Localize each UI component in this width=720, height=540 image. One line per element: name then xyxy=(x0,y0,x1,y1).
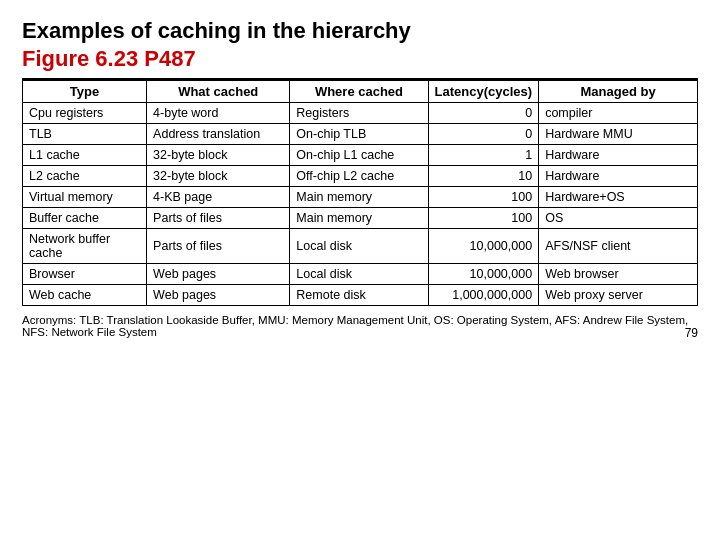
table-cell: Main memory xyxy=(290,208,428,229)
table-cell: Hardware xyxy=(539,166,698,187)
table-row: Cpu registers4-byte wordRegisters0compil… xyxy=(23,103,698,124)
table-cell: Buffer cache xyxy=(23,208,147,229)
table-cell: Browser xyxy=(23,264,147,285)
table-cell: Hardware MMU xyxy=(539,124,698,145)
table-cell: 100 xyxy=(428,187,539,208)
page: Examples of caching in the hierarchy Fig… xyxy=(0,0,720,350)
table-cell: On-chip L1 cache xyxy=(290,145,428,166)
table-row: BrowserWeb pagesLocal disk10,000,000Web … xyxy=(23,264,698,285)
header-what: What cached xyxy=(147,81,290,103)
table-cell: 1 xyxy=(428,145,539,166)
header-managed: Managed by xyxy=(539,81,698,103)
table-cell: Local disk xyxy=(290,229,428,264)
page-title: Examples of caching in the hierarchy xyxy=(22,18,698,44)
table-row: Buffer cacheParts of filesMain memory100… xyxy=(23,208,698,229)
table-cell: Registers xyxy=(290,103,428,124)
footnote-text: Acronyms: TLB: Translation Lookaside Buf… xyxy=(22,314,688,338)
table-cell: 10,000,000 xyxy=(428,229,539,264)
table-cell: Parts of files xyxy=(147,208,290,229)
header-latency: Latency(cycles) xyxy=(428,81,539,103)
table-cell: Hardware+OS xyxy=(539,187,698,208)
table-cell: AFS/NSF client xyxy=(539,229,698,264)
table-cell: Network buffer cache xyxy=(23,229,147,264)
table-body: Cpu registers4-byte wordRegisters0compil… xyxy=(23,103,698,306)
table-cell: Hardware xyxy=(539,145,698,166)
table-cell: L1 cache xyxy=(23,145,147,166)
table-cell: 10 xyxy=(428,166,539,187)
table-cell: 32-byte block xyxy=(147,166,290,187)
table-cell: 100 xyxy=(428,208,539,229)
table-cell: L2 cache xyxy=(23,166,147,187)
caching-table: Type What cached Where cached Latency(cy… xyxy=(22,80,698,306)
table-cell: Local disk xyxy=(290,264,428,285)
table-cell: 4-KB page xyxy=(147,187,290,208)
table-cell: Web cache xyxy=(23,285,147,306)
table-cell: compiler xyxy=(539,103,698,124)
table-row: Network buffer cacheParts of filesLocal … xyxy=(23,229,698,264)
table-cell: Off-chip L2 cache xyxy=(290,166,428,187)
table-cell: Address translation xyxy=(147,124,290,145)
table-cell: Main memory xyxy=(290,187,428,208)
table-cell: Web pages xyxy=(147,264,290,285)
table-row: L2 cache32-byte blockOff-chip L2 cache10… xyxy=(23,166,698,187)
table-cell: Web proxy server xyxy=(539,285,698,306)
table-row: Web cacheWeb pagesRemote disk1,000,000,0… xyxy=(23,285,698,306)
table-cell: 0 xyxy=(428,103,539,124)
page-number: 79 xyxy=(685,326,698,340)
table-cell: Web browser xyxy=(539,264,698,285)
header-where: Where cached xyxy=(290,81,428,103)
table-cell: 0 xyxy=(428,124,539,145)
table-row: L1 cache32-byte blockOn-chip L1 cache1Ha… xyxy=(23,145,698,166)
table-cell: Parts of files xyxy=(147,229,290,264)
table-cell: Remote disk xyxy=(290,285,428,306)
table-cell: Web pages xyxy=(147,285,290,306)
table-cell: TLB xyxy=(23,124,147,145)
table-cell: Virtual memory xyxy=(23,187,147,208)
table-cell: 1,000,000,000 xyxy=(428,285,539,306)
table-row: TLBAddress translationOn-chip TLB0Hardwa… xyxy=(23,124,698,145)
header-type: Type xyxy=(23,81,147,103)
table-row: Virtual memory4-KB pageMain memory100Har… xyxy=(23,187,698,208)
table-cell: Cpu registers xyxy=(23,103,147,124)
table-cell: 10,000,000 xyxy=(428,264,539,285)
table-header-row: Type What cached Where cached Latency(cy… xyxy=(23,81,698,103)
table-cell: 4-byte word xyxy=(147,103,290,124)
footnote: Acronyms: TLB: Translation Lookaside Buf… xyxy=(22,314,698,338)
table-cell: 32-byte block xyxy=(147,145,290,166)
table-cell: OS xyxy=(539,208,698,229)
table-cell: On-chip TLB xyxy=(290,124,428,145)
page-subtitle: Figure 6.23 P487 xyxy=(22,46,698,72)
